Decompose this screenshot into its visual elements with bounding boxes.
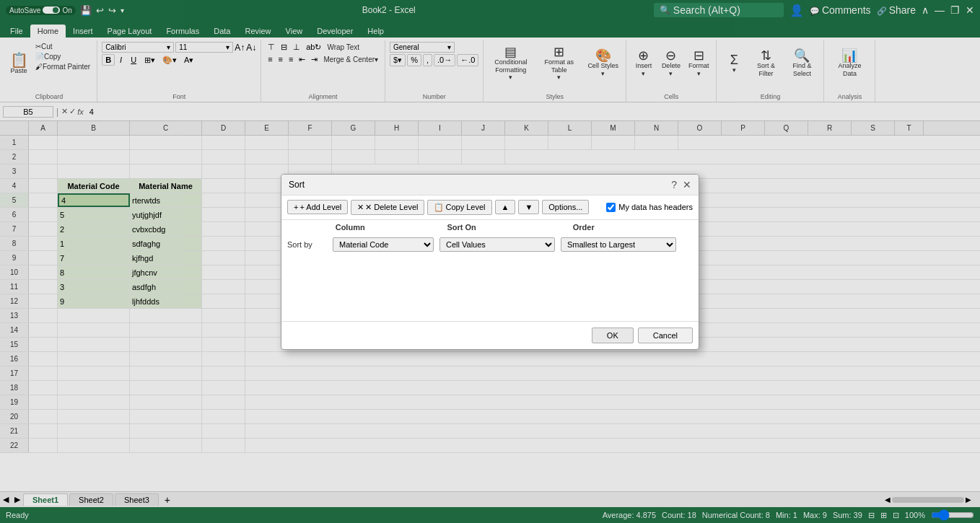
sort-order-select[interactable]: Smallest to Largest Largest to Smallest … (561, 237, 676, 252)
dialog-toolbar: + + Add Level ✕ ✕ Delete Level 📋 Copy Le… (281, 195, 699, 220)
copy-level-button[interactable]: 📋 Copy Level (427, 200, 491, 215)
sort-condition-row: Sort by Material Code Material Name Cell… (287, 237, 693, 252)
delete-level-label: ✕ Delete Level (365, 203, 418, 212)
delete-level-button[interactable]: ✕ ✕ Delete Level (351, 200, 424, 215)
order-header-label: Order (573, 223, 693, 232)
cancel-button[interactable]: Cancel (638, 328, 693, 343)
up-arrow-icon: ▲ (502, 203, 509, 211)
options-label: Options... (548, 203, 582, 211)
dialog-body: Sort by Material Code Material Name Cell… (281, 234, 699, 321)
ok-button[interactable]: OK (592, 328, 634, 343)
sort-on-select[interactable]: Cell Values Cell Color Font Color Cell I… (439, 237, 555, 252)
copy-level-label: Copy Level (445, 203, 485, 211)
sort-on-header-label: Sort On (447, 223, 566, 232)
down-arrow-icon: ▼ (525, 203, 533, 211)
dialog-column-headers: Column Sort On Order (281, 220, 699, 234)
sort-column-select[interactable]: Material Code Material Name (333, 237, 434, 252)
dialog-overlay: Sort ? ✕ + + Add Level ✕ ✕ Delete Level … (0, 0, 980, 523)
dialog-close-icon[interactable]: ✕ (683, 179, 691, 190)
add-level-icon: + (294, 203, 298, 211)
add-level-label: + Add Level (299, 203, 341, 211)
dialog-help-icon[interactable]: ? (671, 179, 677, 190)
move-up-button[interactable]: ▲ (495, 200, 516, 214)
my-data-headers-checkbox[interactable] (606, 203, 616, 212)
dialog-titlebar: Sort ? ✕ (281, 175, 699, 195)
my-data-headers-label: My data has headers (618, 203, 693, 211)
move-down-button[interactable]: ▼ (518, 200, 539, 214)
my-data-headers-area: My data has headers (606, 203, 693, 212)
sort-by-label: Sort by (287, 240, 327, 249)
sort-dialog: Sort ? ✕ + + Add Level ✕ ✕ Delete Level … (281, 174, 699, 350)
sort-col-spacer (287, 223, 330, 232)
column-header-label: Column (336, 223, 442, 232)
add-level-button[interactable]: + + Add Level (287, 200, 348, 214)
delete-level-icon: ✕ (357, 203, 364, 212)
dialog-controls: ? ✕ (671, 179, 691, 190)
copy-icon: 📋 (434, 203, 444, 212)
dialog-title: Sort (289, 180, 305, 190)
options-button[interactable]: Options... (542, 200, 589, 214)
dialog-footer: OK Cancel (281, 321, 699, 349)
